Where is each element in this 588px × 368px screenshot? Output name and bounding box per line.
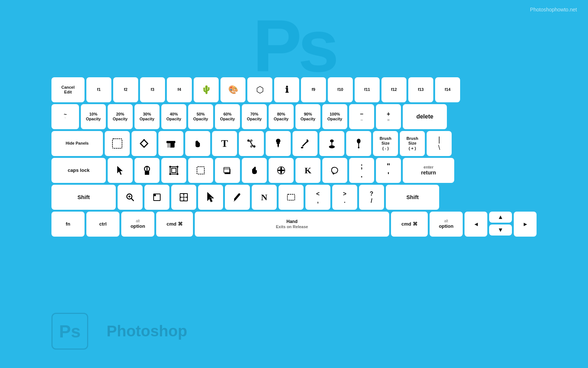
svg-rect-0 (112, 139, 122, 148)
key-5[interactable]: 50%Opacity (188, 104, 213, 129)
bottom-section: Ps Photoshop (51, 313, 187, 350)
key-z[interactable] (118, 185, 143, 210)
key-8[interactable]: 80%Opacity (269, 104, 294, 129)
key-tilde[interactable]: ~ ` (51, 104, 79, 129)
key-f7[interactable]: ⬡ (247, 77, 272, 102)
ps-logo: Ps (59, 321, 81, 342)
key-f1[interactable]: f1 (86, 77, 111, 102)
key-ctrl[interactable]: ctrl (86, 212, 119, 237)
key-f4[interactable]: f4 (167, 77, 192, 102)
key-g[interactable] (215, 158, 240, 183)
key-period[interactable]: >. (332, 185, 357, 210)
row-modifiers: fn ctrl alt option cmd ⌘ Hand Exits on R… (51, 212, 537, 237)
key-alt-option-right[interactable]: alt option (430, 212, 463, 237)
key-bracket-right[interactable]: BrushSize( + ) (400, 131, 425, 156)
key-b[interactable] (225, 185, 250, 210)
keyboard-container: CancelEdit f1 f2 f3 f4 🌵 🎨 ⬡ ℹ f9 f10 f1… (51, 77, 537, 238)
key-spacebar[interactable]: Hand Exits on Release (195, 212, 389, 237)
row-shift: Shift (51, 185, 537, 210)
key-6[interactable]: 60%Opacity (215, 104, 240, 129)
key-3[interactable]: 30%Opacity (135, 104, 159, 129)
svg-point-23 (177, 173, 179, 175)
key-0[interactable]: 100%Opacity (322, 104, 347, 129)
key-k[interactable]: K (295, 158, 320, 183)
key-quote[interactable]: "' (376, 158, 401, 183)
key-comma[interactable]: <, (305, 185, 330, 210)
svg-rect-29 (280, 167, 282, 174)
key-f2[interactable]: f2 (113, 77, 138, 102)
key-f14[interactable]: f14 (435, 77, 460, 102)
key-a[interactable] (108, 158, 133, 183)
key-delete[interactable]: delete (403, 104, 447, 129)
key-enter[interactable]: enter return (403, 158, 454, 183)
svg-line-32 (131, 198, 134, 201)
key-shift-left[interactable]: Shift (51, 185, 116, 210)
key-f5[interactable]: 🌵 (194, 77, 219, 102)
svg-point-12 (330, 139, 334, 142)
key-4[interactable]: 40%Opacity (161, 104, 186, 129)
key-arrow-left[interactable]: ◀ (465, 212, 487, 237)
key-c[interactable] (171, 185, 196, 210)
key-slash[interactable]: ?/ (359, 185, 384, 210)
key-m[interactable] (279, 185, 304, 210)
svg-rect-10 (301, 147, 303, 148)
key-y[interactable] (239, 131, 264, 156)
key-x[interactable] (144, 185, 169, 210)
key-7[interactable]: 70%Opacity (242, 104, 267, 129)
svg-rect-26 (224, 167, 230, 173)
key-2[interactable]: 20%Opacity (108, 104, 133, 129)
key-hide-panels[interactable]: Hide Panels (51, 131, 103, 156)
key-h[interactable] (242, 158, 267, 183)
key-fn[interactable]: fn (51, 212, 85, 237)
key-d[interactable] (161, 158, 186, 183)
key-semicolon[interactable]: ;. (349, 158, 374, 183)
key-s[interactable] (135, 158, 159, 183)
key-f13[interactable]: f13 (408, 77, 433, 102)
key-arrow-right[interactable]: ▶ (514, 212, 537, 237)
key-p[interactable] (346, 131, 371, 156)
svg-point-7 (251, 140, 252, 141)
key-f8[interactable]: ℹ (274, 77, 299, 102)
svg-rect-9 (277, 143, 280, 144)
key-f9[interactable]: f9 (301, 77, 326, 102)
key-f[interactable] (188, 158, 213, 183)
key-i[interactable] (293, 131, 318, 156)
key-arrow-up[interactable]: ▲ (489, 212, 512, 223)
svg-point-20 (169, 166, 171, 168)
key-f3[interactable]: f3 (140, 77, 165, 102)
key-minus[interactable]: − − (349, 104, 374, 129)
key-f12[interactable]: f12 (381, 77, 406, 102)
key-9[interactable]: 90%Opacity (295, 104, 320, 129)
key-f10[interactable]: f10 (328, 77, 353, 102)
row-numbers: ~ ` 10%Opacity 20%Opacity 30%Opacity 40%… (51, 104, 537, 129)
key-j[interactable] (269, 158, 294, 183)
row-caps: caps lock (51, 158, 537, 183)
key-l[interactable] (322, 158, 347, 183)
key-cmd-right[interactable]: cmd ⌘ (391, 212, 428, 237)
key-cmd-left[interactable]: cmd ⌘ (156, 212, 193, 237)
key-bracket-left[interactable]: BrushSize( - ) (373, 131, 398, 156)
key-v[interactable] (198, 185, 223, 210)
svg-rect-19 (172, 168, 176, 173)
svg-rect-4 (166, 141, 175, 143)
key-n[interactable]: N (252, 185, 277, 210)
photoshop-label: Photoshop (107, 322, 187, 340)
key-backslash[interactable]: |\ (427, 131, 452, 156)
key-q[interactable] (105, 131, 130, 156)
ps-logo-box: Ps (51, 313, 88, 350)
key-cancel-edit[interactable]: CancelEdit (51, 77, 85, 102)
key-alt-option-left[interactable]: alt option (121, 212, 154, 237)
key-1[interactable]: 10%Opacity (81, 104, 106, 129)
key-r[interactable] (185, 131, 210, 156)
key-equals[interactable]: + = (376, 104, 401, 129)
key-caps-lock[interactable]: caps lock (51, 158, 106, 183)
key-o[interactable] (319, 131, 344, 156)
key-arrow-down[interactable]: ▼ (489, 224, 512, 236)
key-f6[interactable]: 🎨 (220, 77, 245, 102)
key-e[interactable] (158, 131, 183, 156)
key-w[interactable] (132, 131, 157, 156)
key-f11[interactable]: f11 (355, 77, 380, 102)
key-shift-right[interactable]: Shift (386, 185, 439, 210)
key-u[interactable] (266, 131, 291, 156)
key-t[interactable]: T (212, 131, 237, 156)
